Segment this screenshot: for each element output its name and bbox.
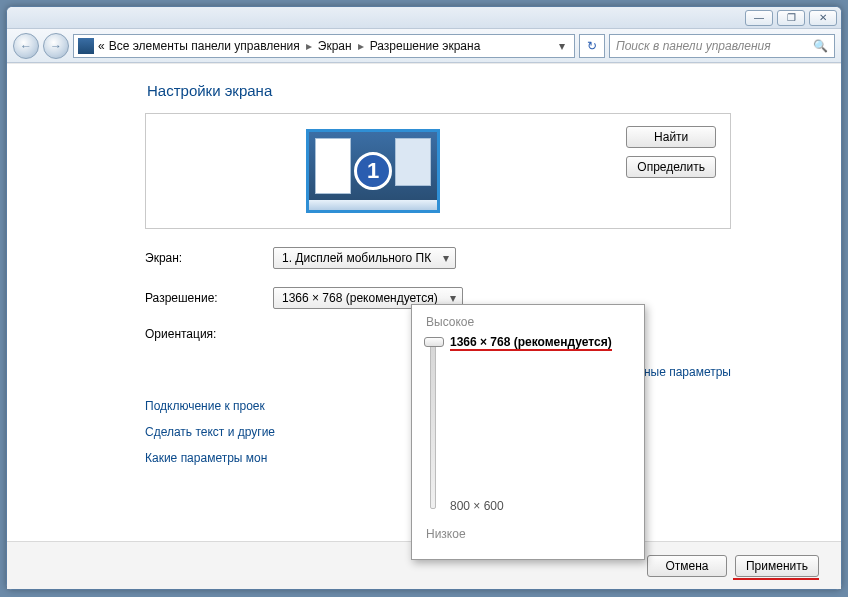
monitor-window-icon	[395, 138, 431, 186]
screen-value: 1. Дисплей мобильного ПК	[282, 251, 431, 265]
close-button[interactable]: ✕	[809, 10, 837, 26]
resolution-value: 1366 × 768 (рекомендуется)	[282, 291, 438, 305]
breadcrumb-2[interactable]: Экран	[318, 39, 352, 53]
projector-link[interactable]: Подключение к проек	[145, 399, 265, 413]
resolution-label: Разрешение:	[145, 291, 273, 305]
page-title: Настройки экрана	[147, 82, 731, 99]
search-icon[interactable]: 🔍	[813, 39, 828, 53]
screen-row: Экран: 1. Дисплей мобильного ПК ▾	[145, 247, 731, 269]
chevron-down-icon: ▾	[443, 251, 449, 265]
identify-button[interactable]: Определить	[626, 156, 716, 178]
monitor-window-icon	[315, 138, 351, 194]
resolution-slider-track[interactable]	[430, 339, 436, 509]
chevron-right-icon: ▸	[306, 39, 312, 53]
screen-label: Экран:	[145, 251, 273, 265]
orientation-label: Ориентация:	[145, 327, 273, 341]
apply-underline	[733, 578, 819, 580]
monitor-thumbnail[interactable]: 1	[306, 129, 440, 213]
window: — ❐ ✕ ← → « Все элементы панели управлен…	[6, 6, 842, 590]
apply-button[interactable]: Применить	[735, 555, 819, 577]
slider-ticks: 1366 × 768 (рекомендуется) 800 × 600	[450, 335, 612, 513]
slider-low-label: Низкое	[426, 527, 630, 541]
control-panel-icon	[78, 38, 94, 54]
screen-combo[interactable]: 1. Дисплей мобильного ПК ▾	[273, 247, 456, 269]
slider-top-resolution[interactable]: 1366 × 768 (рекомендуется)	[450, 335, 612, 351]
monitor-taskbar-icon	[309, 200, 437, 210]
search-placeholder: Поиск в панели управления	[616, 39, 771, 53]
chevron-right-icon: ▸	[358, 39, 364, 53]
address-dropdown[interactable]: ▾	[554, 35, 570, 57]
resolution-popup: Высокое 1366 × 768 (рекомендуется) 800 ×…	[411, 304, 645, 560]
back-button[interactable]: ←	[13, 33, 39, 59]
chevron-down-icon: ▾	[450, 291, 456, 305]
apply-label: Применить	[746, 559, 808, 573]
address-bar[interactable]: « Все элементы панели управления ▸ Экран…	[73, 34, 575, 58]
breadcrumb-1[interactable]: Все элементы панели управления	[109, 39, 300, 53]
monitor-number: 1	[354, 152, 392, 190]
slider-area: 1366 × 768 (рекомендуется) 800 × 600	[426, 335, 630, 521]
preview-buttons: Найти Определить	[626, 126, 716, 178]
slider-high-label: Высокое	[426, 315, 630, 329]
titlebar: — ❐ ✕	[7, 7, 841, 29]
resolution-slider-thumb[interactable]	[424, 337, 444, 347]
search-input[interactable]: Поиск в панели управления 🔍	[609, 34, 835, 58]
find-button[interactable]: Найти	[626, 126, 716, 148]
slider-bottom-resolution[interactable]: 800 × 600	[450, 499, 612, 513]
cancel-button[interactable]: Отмена	[647, 555, 727, 577]
breadcrumb-3[interactable]: Разрешение экрана	[370, 39, 481, 53]
display-preview: 1 Найти Определить	[145, 113, 731, 229]
maximize-button[interactable]: ❐	[777, 10, 805, 26]
minimize-button[interactable]: —	[745, 10, 773, 26]
refresh-button[interactable]: ↻	[579, 34, 605, 58]
navbar: ← → « Все элементы панели управления ▸ Э…	[7, 29, 841, 63]
forward-button[interactable]: →	[43, 33, 69, 59]
breadcrumb-prefix: «	[98, 39, 105, 53]
